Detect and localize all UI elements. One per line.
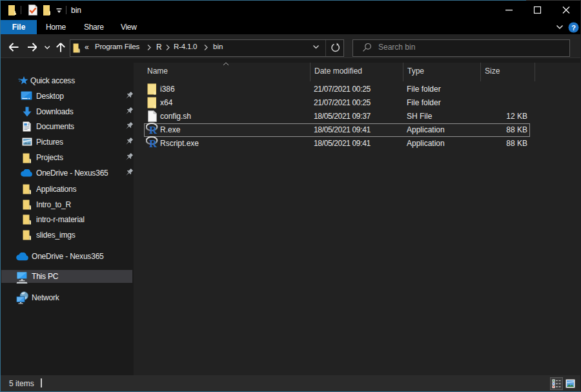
svg-text:R: R <box>149 138 158 148</box>
svg-text:R: R <box>149 124 158 134</box>
svg-text:?: ? <box>571 24 576 32</box>
